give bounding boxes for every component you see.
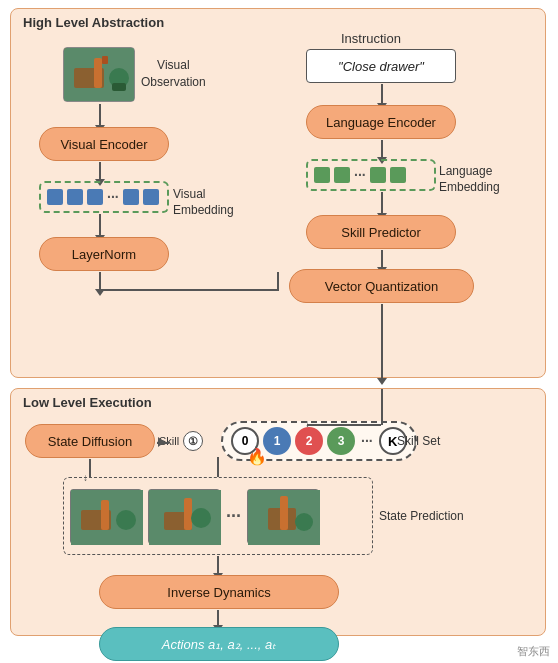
arrow-encoder-to-embed bbox=[99, 162, 101, 180]
arrow-down-statediff: ↓ bbox=[83, 472, 88, 483]
language-embedding-label: Language Embedding bbox=[439, 164, 500, 195]
blue-sq-2 bbox=[67, 189, 83, 205]
arrow-left-indicator: ← bbox=[155, 436, 165, 447]
state-diffusion-box: State Diffusion bbox=[25, 424, 155, 458]
skill-circle-3: 3 bbox=[327, 427, 355, 455]
visual-observation-label: Visual Observation bbox=[141, 57, 206, 91]
skill-dots: ··· bbox=[359, 433, 375, 449]
skill-set-label: Skill Set bbox=[397, 434, 440, 448]
green-sq-1 bbox=[314, 167, 330, 183]
state-image-1 bbox=[70, 489, 142, 544]
main-container: High Level Abstraction Visual Observatio… bbox=[0, 0, 558, 663]
visual-observation-image bbox=[63, 47, 135, 102]
arrow-to-skillpred-v bbox=[277, 272, 279, 289]
skill-arrow-label: Skill ① bbox=[159, 431, 203, 451]
arrow-embed-to-layernorm bbox=[99, 214, 101, 236]
svg-point-9 bbox=[116, 510, 136, 530]
arrow-vq-to-skillset-v bbox=[381, 389, 383, 425]
svg-rect-2 bbox=[94, 58, 102, 88]
arrow-invdyn-to-actions bbox=[217, 610, 219, 626]
arrow-instruct-to-langenc bbox=[381, 84, 383, 104]
arrow-skillpred-to-vq bbox=[381, 250, 383, 268]
high-level-section: High Level Abstraction Visual Observatio… bbox=[10, 8, 546, 378]
skill-predictor-box: Skill Predictor bbox=[306, 215, 456, 249]
fire-icon: 🔥 bbox=[247, 447, 267, 466]
arrow-left-to-skill: ↓ bbox=[305, 418, 310, 429]
high-level-label: High Level Abstraction bbox=[23, 15, 164, 30]
svg-rect-8 bbox=[101, 500, 109, 530]
green-sq-4 bbox=[390, 167, 406, 183]
skill-circle-1: ① bbox=[183, 431, 203, 451]
visual-embedding-box: ··· bbox=[39, 181, 169, 213]
skill-circle-2: 2 bbox=[295, 427, 323, 455]
language-embedding-box: ··· bbox=[306, 159, 436, 191]
state-prediction-label: State Prediction bbox=[379, 509, 464, 523]
arrow-langembed-to-skillpred bbox=[381, 192, 383, 214]
skill-circle-1: 1 bbox=[263, 427, 291, 455]
actions-box: Actions a₁, a₂, ..., aₜ bbox=[99, 627, 339, 661]
svg-rect-12 bbox=[184, 498, 192, 530]
arrow-to-skillset-h bbox=[307, 424, 381, 426]
inverse-dynamics-box: Inverse Dynamics bbox=[99, 575, 339, 609]
arrow-statepred-to-invdyn bbox=[217, 556, 219, 574]
dots-lang: ··· bbox=[354, 167, 366, 183]
green-sq-3 bbox=[370, 167, 386, 183]
arrow-layernorm-h bbox=[99, 289, 279, 291]
state-dots: ··· bbox=[226, 506, 241, 527]
state-prediction-container: ··· bbox=[63, 477, 373, 555]
instruction-label: Instruction bbox=[341, 31, 401, 46]
visual-encoder-box: Visual Encoder bbox=[39, 127, 169, 161]
svg-point-17 bbox=[295, 513, 313, 531]
svg-rect-5 bbox=[112, 83, 126, 91]
arrow-vq-down bbox=[381, 304, 383, 379]
svg-rect-3 bbox=[102, 56, 108, 64]
dots-visual: ··· bbox=[107, 189, 119, 205]
arrow-statediff-to-statepred bbox=[89, 459, 91, 477]
watermark: 智东西 bbox=[517, 644, 550, 659]
arrow-visobs-to-encoder bbox=[99, 104, 101, 126]
svg-point-13 bbox=[191, 508, 211, 528]
instruction-box: "Close drawer" bbox=[306, 49, 456, 83]
actions-label: Actions a₁, a₂, ..., aₜ bbox=[162, 637, 276, 652]
blue-sq-4 bbox=[123, 189, 139, 205]
vector-quantization-box: Vector Quantization bbox=[289, 269, 474, 303]
blue-sq-1 bbox=[47, 189, 63, 205]
arrow-langenc-to-embed bbox=[381, 140, 383, 158]
low-level-section: Low Level Execution State Diffusion Skil… bbox=[10, 388, 546, 636]
green-sq-2 bbox=[334, 167, 350, 183]
state-image-3 bbox=[247, 489, 319, 544]
blue-sq-3 bbox=[87, 189, 103, 205]
arrow-to-statepred bbox=[217, 457, 219, 477]
visual-embedding-label: Visual Embedding bbox=[173, 187, 234, 218]
arrow-layernorm-down bbox=[99, 272, 101, 290]
language-encoder-box: Language Encoder bbox=[306, 105, 456, 139]
layer-norm-box: LayerNorm bbox=[39, 237, 169, 271]
state-image-2 bbox=[148, 489, 220, 544]
blue-sq-5 bbox=[143, 189, 159, 205]
svg-rect-16 bbox=[280, 496, 288, 530]
low-level-label: Low Level Execution bbox=[23, 395, 152, 410]
